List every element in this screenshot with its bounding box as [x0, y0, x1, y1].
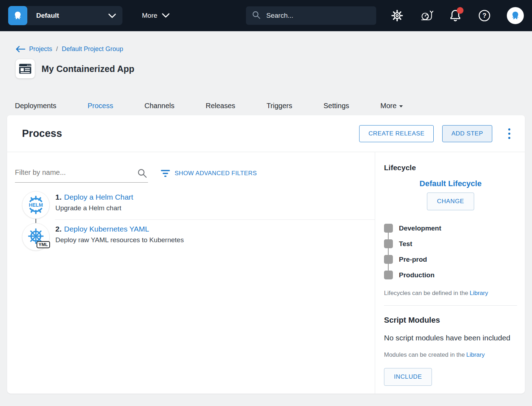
- deployment-steps-list: HELM 1.Deploy a Helm Chart Upgrade a Hel…: [7, 183, 375, 251]
- gear-icon[interactable]: [390, 9, 404, 22]
- phase-square-icon: [384, 255, 393, 264]
- svg-text:HELM: HELM: [29, 202, 43, 208]
- search-icon: [137, 168, 147, 180]
- tab-process[interactable]: Process: [88, 102, 113, 110]
- add-step-button[interactable]: ADD STEP: [442, 125, 492, 142]
- phase-pre-prod: Pre-prod: [384, 255, 517, 264]
- svg-text:?: ?: [483, 12, 487, 19]
- project-tabs: Deployments Process Channels Releases Tr…: [15, 102, 532, 110]
- show-advanced-filters[interactable]: SHOW ADVANCED FILTERS: [161, 169, 257, 177]
- script-modules-note: Modules can be created in theLibrary: [384, 351, 517, 358]
- step-description: Upgrade a Helm chart: [55, 204, 133, 212]
- default-lifecycle-link[interactable]: Default Lifecycle: [384, 179, 517, 188]
- process-sidebar: Lifecycle Default Lifecycle CHANGE Devel…: [375, 152, 525, 394]
- process-card-header: Process CREATE RELEASE ADD STEP: [7, 115, 525, 152]
- tab-channels[interactable]: Channels: [144, 102, 175, 110]
- filter-by-name-input[interactable]: [15, 168, 148, 183]
- filter-icon: [161, 169, 170, 177]
- sidebar-divider: [384, 305, 517, 306]
- step-number: 1.: [55, 193, 62, 201]
- top-bar: Default More ?: [0, 0, 532, 31]
- process-heading: Process: [22, 128, 62, 139]
- breadcrumb: Projects / Default Project Group: [16, 45, 532, 53]
- space-switcher[interactable]: Default: [8, 6, 122, 25]
- breadcrumb-group-link[interactable]: Default Project Group: [62, 45, 123, 53]
- breadcrumb-projects-link[interactable]: Projects: [29, 45, 52, 53]
- space-name: Default: [36, 12, 59, 20]
- overflow-menu-icon[interactable]: [503, 126, 516, 141]
- back-arrow-icon[interactable]: [16, 46, 25, 52]
- process-card: Process CREATE RELEASE ADD STEP S: [7, 115, 525, 394]
- caret-down-icon: [399, 105, 403, 107]
- chevron-down-icon: [162, 12, 170, 20]
- phase-test: Test: [384, 239, 517, 248]
- kubernetes-wheel-icon: YML: [22, 223, 50, 251]
- library-link[interactable]: Library: [470, 290, 488, 296]
- page-title: My Containerized App: [42, 64, 135, 74]
- topbar-icon-group: ?: [390, 7, 524, 24]
- process-card-body: SHOW ADVANCED FILTERS HELM: [7, 152, 525, 394]
- lifecycle-phase-list: Development Test Pre-prod Production: [384, 224, 517, 279]
- library-link[interactable]: Library: [466, 351, 485, 358]
- tab-releases[interactable]: Releases: [205, 102, 235, 110]
- lifecycle-note: Lifecycles can be defined in theLibrary: [384, 290, 517, 297]
- phase-square-icon: [384, 271, 393, 279]
- chevron-down-icon: [108, 13, 116, 18]
- step-body: 2.Deploy Kubernetes YAML Deploy raw YAML…: [55, 223, 184, 251]
- tab-triggers[interactable]: Triggers: [267, 102, 292, 110]
- snail-icon[interactable]: [419, 9, 433, 22]
- global-search[interactable]: [246, 6, 376, 25]
- phase-square-icon: [384, 239, 393, 248]
- phase-production: Production: [384, 271, 517, 279]
- tab-settings[interactable]: Settings: [323, 102, 349, 110]
- helm-icon: HELM: [22, 191, 50, 219]
- topbar-more-label: More: [142, 12, 157, 20]
- create-release-button[interactable]: CREATE RELEASE: [359, 125, 434, 142]
- phase-square-icon: [384, 224, 393, 233]
- topbar-more-menu[interactable]: More: [142, 12, 170, 20]
- step-body: 1.Deploy a Helm Chart Upgrade a Helm cha…: [55, 191, 133, 219]
- include-script-module-button[interactable]: INCLUDE: [384, 368, 432, 386]
- search-input[interactable]: [266, 12, 371, 20]
- step-number: 2.: [55, 225, 62, 233]
- search-icon: [252, 10, 261, 21]
- breadcrumb-separator: /: [56, 45, 58, 53]
- step-row-2: YML 2.Deploy Kubernetes YAML Deploy raw …: [7, 223, 375, 251]
- bell-icon[interactable]: [449, 9, 462, 22]
- octopus-logo: [8, 6, 27, 25]
- script-modules-heading: Script Modules: [384, 316, 517, 325]
- step-link-kubernetes-yaml[interactable]: Deploy Kubernetes YAML: [64, 225, 149, 233]
- tab-deployments[interactable]: Deployments: [15, 102, 56, 110]
- steps-column: SHOW ADVANCED FILTERS HELM: [7, 152, 375, 394]
- project-title-row: My Containerized App: [16, 59, 532, 78]
- question-icon[interactable]: ?: [478, 9, 491, 22]
- step-description: Deploy raw YAML resources to Kubernetes: [55, 236, 184, 244]
- step-divider: [55, 219, 375, 220]
- change-lifecycle-button[interactable]: CHANGE: [427, 193, 474, 210]
- phase-development: Development: [384, 224, 517, 233]
- step-row-1: HELM 1.Deploy a Helm Chart Upgrade a Hel…: [7, 191, 375, 219]
- notification-badge: [457, 7, 464, 14]
- step-link-helm-chart[interactable]: Deploy a Helm Chart: [64, 193, 133, 201]
- script-modules-empty-message: No script modules have been included: [384, 334, 517, 342]
- user-avatar[interactable]: [507, 7, 524, 24]
- yml-badge: YML: [37, 241, 50, 248]
- project-logo-icon: [16, 59, 35, 78]
- lifecycle-heading: Lifecycle: [384, 163, 517, 172]
- filter-field: [15, 168, 148, 183]
- tab-more[interactable]: More: [380, 102, 403, 110]
- show-advanced-filters-label: SHOW ADVANCED FILTERS: [175, 170, 257, 177]
- filter-row: SHOW ADVANCED FILTERS: [15, 168, 367, 183]
